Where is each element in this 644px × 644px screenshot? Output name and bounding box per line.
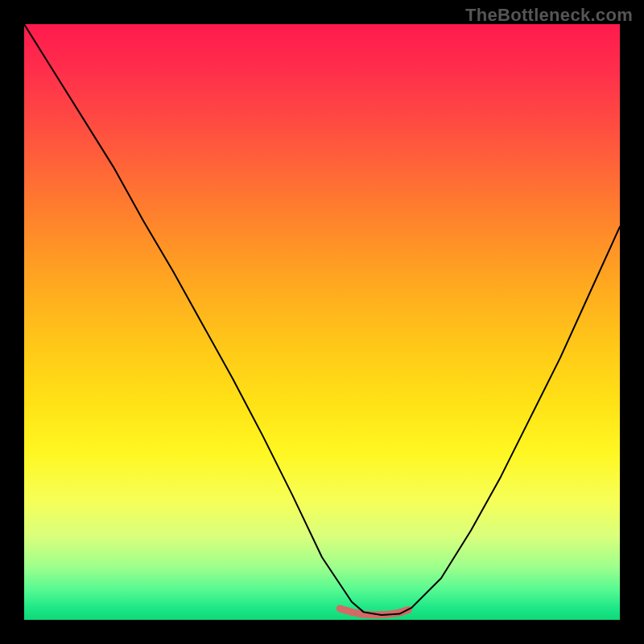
main-curve — [24, 24, 620, 615]
curve-layer — [24, 24, 620, 620]
watermark-text: TheBottleneck.com — [465, 5, 633, 26]
chart-stage: TheBottleneck.com — [0, 0, 644, 644]
plot-area — [24, 24, 620, 620]
